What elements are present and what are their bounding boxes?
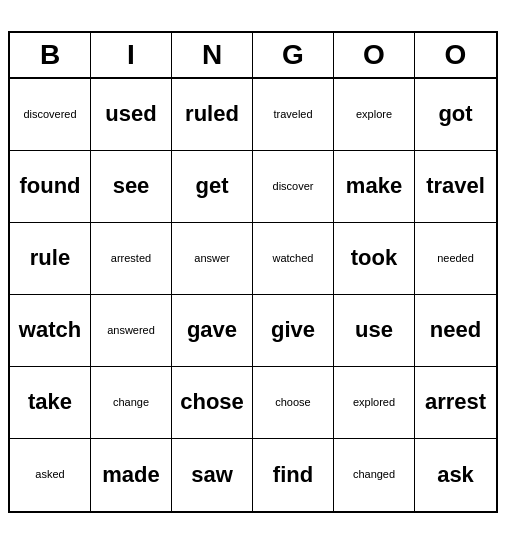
cell-text-3-4: use <box>355 317 393 343</box>
cell-1-4: make <box>334 151 415 223</box>
cell-text-5-0: asked <box>35 468 64 481</box>
cell-1-0: found <box>10 151 91 223</box>
cell-3-0: watch <box>10 295 91 367</box>
cell-1-5: travel <box>415 151 496 223</box>
cell-4-0: take <box>10 367 91 439</box>
cell-text-4-5: arrest <box>425 389 486 415</box>
cell-text-1-4: make <box>346 173 402 199</box>
cell-2-1: arrested <box>91 223 172 295</box>
cell-text-5-4: changed <box>353 468 395 481</box>
cell-3-3: give <box>253 295 334 367</box>
cell-text-5-3: find <box>273 462 313 488</box>
cell-text-3-2: gave <box>187 317 237 343</box>
cell-5-3: find <box>253 439 334 511</box>
cell-text-0-3: traveled <box>273 108 312 121</box>
cell-2-3: watched <box>253 223 334 295</box>
bingo-board: BINGOO discoveredusedruledtraveledexplor… <box>8 31 498 513</box>
cell-0-0: discovered <box>10 79 91 151</box>
header-letter-3: G <box>253 33 334 77</box>
cell-text-2-2: answer <box>194 252 229 265</box>
cell-3-2: gave <box>172 295 253 367</box>
cell-3-1: answered <box>91 295 172 367</box>
cell-4-2: chose <box>172 367 253 439</box>
cell-5-0: asked <box>10 439 91 511</box>
cell-text-5-1: made <box>102 462 159 488</box>
cell-1-1: see <box>91 151 172 223</box>
cell-text-1-1: see <box>113 173 150 199</box>
cell-text-4-0: take <box>28 389 72 415</box>
cell-text-3-5: need <box>430 317 481 343</box>
cell-text-0-0: discovered <box>23 108 76 121</box>
cell-1-3: discover <box>253 151 334 223</box>
cell-4-4: explored <box>334 367 415 439</box>
header-letter-5: O <box>415 33 496 77</box>
cell-3-4: use <box>334 295 415 367</box>
cell-0-2: ruled <box>172 79 253 151</box>
cell-text-0-4: explore <box>356 108 392 121</box>
cell-0-4: explore <box>334 79 415 151</box>
cell-text-4-4: explored <box>353 396 395 409</box>
cell-3-5: need <box>415 295 496 367</box>
cell-text-0-2: ruled <box>185 101 239 127</box>
header-letter-1: I <box>91 33 172 77</box>
cell-1-2: get <box>172 151 253 223</box>
cell-text-0-1: used <box>105 101 156 127</box>
cell-text-0-5: got <box>438 101 472 127</box>
cell-text-1-5: travel <box>426 173 485 199</box>
cell-2-4: took <box>334 223 415 295</box>
cell-2-0: rule <box>10 223 91 295</box>
cell-5-4: changed <box>334 439 415 511</box>
cell-text-3-3: give <box>271 317 315 343</box>
cell-text-3-0: watch <box>19 317 81 343</box>
bingo-grid: discoveredusedruledtraveledexploregotfou… <box>10 79 496 511</box>
bingo-header: BINGOO <box>10 33 496 79</box>
cell-text-3-1: answered <box>107 324 155 337</box>
cell-text-2-4: took <box>351 245 397 271</box>
cell-text-4-1: change <box>113 396 149 409</box>
cell-text-1-3: discover <box>273 180 314 193</box>
cell-5-5: ask <box>415 439 496 511</box>
cell-2-5: needed <box>415 223 496 295</box>
cell-5-2: saw <box>172 439 253 511</box>
cell-text-1-2: get <box>196 173 229 199</box>
cell-text-5-5: ask <box>437 462 474 488</box>
cell-text-2-3: watched <box>273 252 314 265</box>
cell-text-2-5: needed <box>437 252 474 265</box>
cell-text-1-0: found <box>19 173 80 199</box>
cell-5-1: made <box>91 439 172 511</box>
cell-text-4-3: choose <box>275 396 310 409</box>
cell-0-1: used <box>91 79 172 151</box>
header-letter-2: N <box>172 33 253 77</box>
cell-text-4-2: chose <box>180 389 244 415</box>
cell-2-2: answer <box>172 223 253 295</box>
cell-0-5: got <box>415 79 496 151</box>
cell-4-3: choose <box>253 367 334 439</box>
cell-0-3: traveled <box>253 79 334 151</box>
cell-4-1: change <box>91 367 172 439</box>
cell-text-2-0: rule <box>30 245 70 271</box>
header-letter-4: O <box>334 33 415 77</box>
header-letter-0: B <box>10 33 91 77</box>
cell-text-2-1: arrested <box>111 252 151 265</box>
cell-4-5: arrest <box>415 367 496 439</box>
cell-text-5-2: saw <box>191 462 233 488</box>
